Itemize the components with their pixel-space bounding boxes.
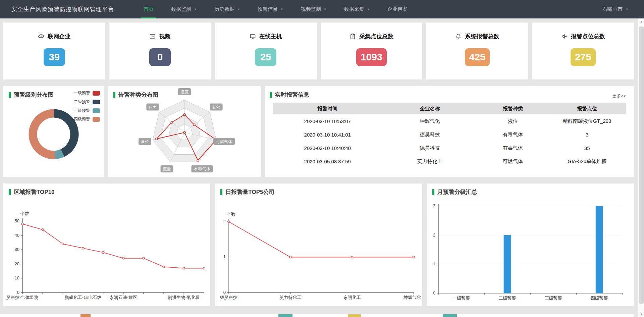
scrollbar-thumb[interactable] [639, 27, 644, 304]
svg-text:液位: 液位 [141, 139, 149, 144]
stat-value-badge: 0 [149, 48, 171, 66]
table-header-cell: 报警种类 [478, 103, 548, 114]
nav-item-label: 企业档案 [387, 6, 408, 12]
svg-text:坤辉气化: 坤辉气化 [403, 295, 421, 300]
svg-text:荆洪生物-氧化反: 荆洪生物-氧化反 [168, 295, 200, 300]
legend-label: 四级预警 [74, 116, 90, 122]
stat-value-badge: 1093 [356, 48, 387, 66]
svg-text:10: 10 [15, 275, 19, 280]
stat-label: 系统报警总数 [465, 33, 499, 40]
region-label: 石嘴山市 [602, 6, 623, 12]
chevron-down-icon: ▼ [626, 8, 629, 11]
svg-text:个数: 个数 [20, 211, 29, 216]
nav-item-data-collection[interactable]: 数据采集▼ [335, 0, 379, 18]
cloud-upload-icon [38, 33, 44, 40]
title-bar-accent [270, 92, 272, 98]
charts-row: 预警级别分布图 一级预警 二级预警 三级预警 四级预警 告警种类分布图 温度其它… [3, 86, 634, 177]
table-cell: 3 [548, 128, 626, 141]
stat-card-head: 系统报警总数 [455, 33, 499, 40]
stat-card-videos: 视频 0 [109, 22, 211, 80]
title-bar-accent [220, 189, 222, 195]
stat-card-system-alarms-total: 系统报警总数 425 [426, 22, 528, 80]
svg-text:2: 2 [433, 232, 435, 237]
nav-item-label: 首页 [144, 6, 154, 12]
svg-text:3: 3 [433, 203, 435, 208]
legend-item[interactable]: 一级预警 [74, 90, 100, 96]
title-bar-accent [9, 189, 11, 195]
peek-fragment [278, 314, 292, 317]
nav-menu: 首页数据监测▼历史数据▼预警信息▼视频监测▼数据采集▼企业档案 [135, 0, 416, 18]
stat-card-head: 采集点位总数 [350, 33, 393, 40]
nav-item-history-data[interactable]: 历史数据▼ [206, 0, 249, 18]
title-bar-accent [432, 189, 434, 195]
scroll-up-arrow-icon[interactable]: ∧ [638, 19, 644, 25]
table-header-row: 报警时间企业名称报警种类报警点位 [273, 103, 626, 114]
svg-text:0: 0 [223, 290, 226, 295]
stat-value-badge: 25 [255, 48, 276, 66]
svg-text:40: 40 [15, 233, 19, 238]
svg-text:0: 0 [433, 290, 435, 296]
scroll-down-arrow-icon[interactable]: ∨ [638, 310, 644, 316]
chevron-down-icon: ▼ [194, 8, 197, 11]
panel-warning-level-distribution: 预警级别分布图 一级预警 二级预警 三级预警 四级预警 [3, 86, 104, 177]
panel-title-text: 预警级别分布图 [14, 91, 54, 99]
nav-item-enterprise-archives[interactable]: 企业档案 [379, 0, 416, 18]
nav-item-home[interactable]: 首页 [135, 0, 162, 18]
region-selector[interactable]: 石嘴山市 ▼ [602, 6, 629, 12]
svg-text:德昊科技: 德昊科技 [220, 295, 237, 300]
table-cell: 有毒气体 [478, 141, 548, 155]
stat-value-badge: 39 [44, 48, 65, 66]
video-icon [149, 33, 156, 40]
legend-item[interactable]: 四级预警 [74, 116, 100, 122]
table-row[interactable]: 2020-03-10 10:53:07坤辉气化液位精醇南罐液位GT_203 [273, 114, 626, 128]
stat-card-collection-points-total: 采集点位总数 1093 [321, 22, 422, 80]
legend-swatch [93, 108, 100, 113]
nav-item-warning-info[interactable]: 预警信息▼ [249, 0, 292, 18]
legend-item[interactable]: 三级预警 [74, 108, 100, 113]
peek-fragment [443, 314, 457, 317]
bell-icon [455, 33, 462, 40]
svg-text:二级预警: 二级预警 [498, 296, 516, 301]
nav-item-data-monitoring[interactable]: 数据监测▼ [162, 0, 206, 18]
svg-text:50: 50 [15, 218, 19, 223]
panel-realtime-alarms: 实时报警信息 更多>> 报警时间企业名称报警种类报警点位 2020-03-10 … [265, 86, 634, 177]
nav-item-label: 历史数据 [214, 6, 234, 12]
table-head: 报警时间企业名称报警种类报警点位 [273, 103, 626, 114]
panel-title: 区域报警TOP10 [9, 188, 55, 196]
panel-region-alarm-top10: 区域报警TOP10 01020304050个数昊科技-气体监测鹏盛化工-1#电石… [3, 183, 210, 306]
stat-card-alarm-points-total: 报警点位总数 275 [532, 22, 634, 80]
nav-item-video-monitoring[interactable]: 视频监测▼ [292, 0, 335, 18]
more-link[interactable]: 更多>> [612, 93, 626, 99]
panel-alarm-type-distribution: 告警种类分布图 温度其它可燃气体有毒气体流量液位压力 [108, 86, 261, 177]
table-cell: 液位 [478, 114, 548, 128]
svg-text:有毒气体: 有毒气体 [194, 167, 210, 171]
chevron-down-icon: ▼ [280, 8, 283, 11]
svg-text:东明化工: 东明化工 [343, 295, 361, 300]
vertical-scrollbar[interactable]: ∧ ∨ [638, 18, 644, 317]
svg-text:流量: 流量 [163, 167, 171, 171]
svg-text:三级预警: 三级预警 [544, 296, 562, 301]
table-header-cell: 企业名称 [382, 103, 477, 114]
stat-label: 视频 [159, 33, 170, 40]
table-cell: 可燃气体 [478, 155, 548, 168]
navbar: 安全生产风险预警防控物联网管理平台 首页数据监测▼历史数据▼预警信息▼视频监测▼… [0, 0, 644, 18]
panel-title-text: 区域报警TOP10 [14, 188, 55, 196]
panel-title: 预警级别分布图 [9, 91, 54, 99]
panel-title-text: 日报警量TOP5公司 [225, 188, 274, 196]
chevron-down-icon: ▼ [237, 8, 240, 11]
table-row[interactable]: 2020-03-10 10:41:01德昊科技有毒气体3 [273, 128, 626, 141]
table-cell: 35 [548, 141, 626, 155]
panel-daily-alarm-top5: 日报警量TOP5公司 012个数德昊科技英力特化工东明化工坤辉气化 [215, 183, 422, 306]
table-row[interactable]: 2020-03-10 10:40:40德昊科技有毒气体35 [273, 141, 626, 155]
stat-value-badge: 425 [465, 48, 490, 66]
legend-item[interactable]: 二级预警 [74, 99, 100, 105]
title-bar-accent [9, 92, 11, 98]
legend-swatch [93, 91, 100, 96]
table-cell: 2020-03-10 10:41:01 [273, 128, 382, 141]
table-row[interactable]: 2020-03-05 08:37:59英力特化工可燃气体GIA-520单体贮槽 [273, 155, 626, 168]
table-cell: 英力特化工 [382, 155, 477, 168]
panel-title-text: 月预警分级汇总 [437, 188, 477, 196]
monitor-icon [250, 33, 256, 40]
nav-item-label: 数据采集 [344, 6, 364, 12]
nav-item-label: 数据监测 [171, 6, 191, 12]
